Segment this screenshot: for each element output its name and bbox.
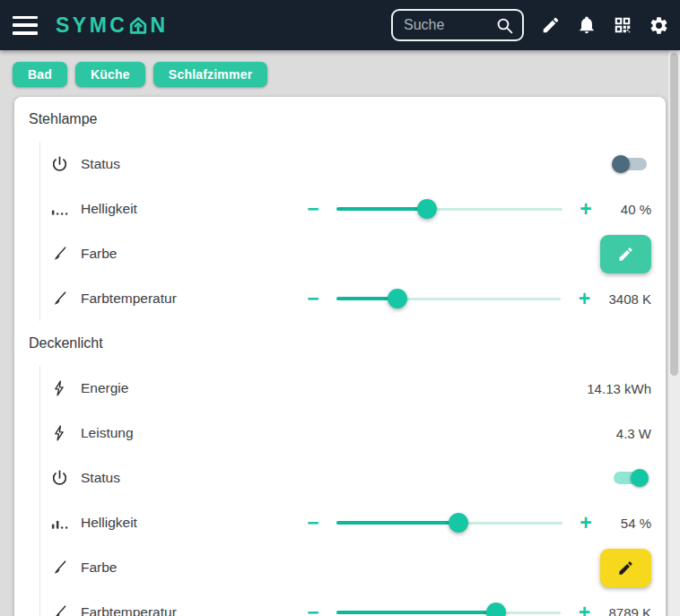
row-farbtemperatur: Farbtemperatur−+3408 K bbox=[40, 276, 651, 321]
row-value: 8789 K bbox=[608, 605, 651, 616]
tab-kueche[interactable]: Küche bbox=[75, 62, 145, 87]
row-controls: −+3408 K bbox=[298, 289, 651, 309]
topbar-actions bbox=[533, 5, 676, 45]
row-label: Leistung bbox=[81, 425, 134, 441]
app-logo: SYMC N bbox=[56, 13, 169, 38]
row-right: 14.13 kWh bbox=[578, 381, 651, 396]
row-value: 40 % bbox=[610, 202, 651, 217]
row-leistung: Leistung4.3 W bbox=[40, 411, 651, 455]
status-toggle[interactable] bbox=[614, 158, 647, 170]
row-label: Farbe bbox=[81, 246, 118, 262]
topbar: SYMC N bbox=[0, 0, 680, 50]
edit-icon[interactable] bbox=[533, 5, 569, 45]
increase-button[interactable]: + bbox=[571, 199, 601, 220]
tab-bad[interactable]: Bad bbox=[13, 62, 67, 87]
slider-thumb[interactable] bbox=[486, 603, 506, 616]
device-card: StehlampeStatusHelligkeit−+40 %FarbeFarb… bbox=[14, 97, 666, 616]
row-right bbox=[600, 235, 651, 273]
slider-thumb[interactable] bbox=[388, 289, 407, 308]
row-value: 14.13 kWh bbox=[587, 381, 651, 396]
row-helligkeit: Helligkeit−+40 % bbox=[40, 187, 651, 231]
row-label: Farbe bbox=[81, 560, 118, 576]
row-label: Status bbox=[81, 470, 120, 486]
color-edit-button[interactable] bbox=[600, 549, 651, 587]
farbtemperatur-slider[interactable] bbox=[336, 612, 561, 614]
brush-icon bbox=[48, 290, 70, 308]
row-farbe: Farbe bbox=[40, 545, 651, 590]
brush-icon bbox=[48, 603, 70, 616]
qr-code-icon[interactable] bbox=[605, 5, 641, 45]
power-icon bbox=[48, 154, 70, 175]
row-controls: −+8789 K bbox=[298, 603, 651, 616]
row-value: 3408 K bbox=[608, 291, 651, 307]
menu-icon[interactable] bbox=[13, 16, 38, 35]
search-box[interactable] bbox=[391, 9, 524, 41]
row-right bbox=[614, 472, 651, 484]
toggle-thumb[interactable] bbox=[631, 469, 649, 487]
status-toggle[interactable] bbox=[614, 472, 647, 484]
logo-text-prefix: SYMC bbox=[56, 13, 127, 38]
row-farbtemperatur: Farbtemperatur−+8789 K bbox=[40, 590, 651, 616]
search-icon[interactable] bbox=[495, 16, 514, 35]
search-input[interactable] bbox=[404, 17, 495, 33]
increase-button[interactable]: + bbox=[569, 289, 599, 309]
settings-icon[interactable] bbox=[641, 5, 676, 45]
row-controls: −+40 % bbox=[298, 199, 651, 220]
row-value: 54 % bbox=[610, 516, 651, 531]
row-status: Status bbox=[40, 455, 651, 500]
decrease-button[interactable]: − bbox=[298, 289, 328, 309]
helligkeit-slider[interactable] bbox=[336, 208, 562, 211]
level-icon bbox=[48, 200, 70, 218]
bolt-icon bbox=[48, 424, 70, 442]
row-label: Farbtemperatur bbox=[81, 291, 177, 307]
decrease-button[interactable]: − bbox=[298, 603, 328, 616]
decrease-button[interactable]: − bbox=[298, 513, 328, 534]
row-right bbox=[600, 549, 651, 587]
section-title: Deckenlicht bbox=[29, 321, 651, 366]
section-title: Stehlampe bbox=[29, 97, 651, 142]
row-right bbox=[614, 158, 651, 170]
power-icon bbox=[48, 468, 70, 489]
scrollbar-thumb[interactable] bbox=[670, 53, 678, 376]
helligkeit-slider[interactable] bbox=[336, 522, 562, 525]
row-farbe: Farbe bbox=[40, 231, 651, 276]
section-group: StatusHelligkeit−+40 %FarbeFarbtemperatu… bbox=[39, 142, 651, 321]
logo-text-suffix: N bbox=[150, 13, 168, 38]
slider-fill bbox=[336, 521, 458, 525]
room-tabs: Bad Küche Schlafzimmer bbox=[0, 50, 680, 96]
row-label: Helligkeit bbox=[81, 515, 137, 531]
bolt-icon bbox=[48, 379, 70, 397]
increase-button[interactable]: + bbox=[571, 513, 601, 534]
increase-button[interactable]: + bbox=[569, 603, 599, 616]
section-group: Energie14.13 kWhLeistung4.3 WStatusHelli… bbox=[39, 366, 651, 616]
color-edit-button[interactable] bbox=[600, 235, 651, 273]
level-icon bbox=[48, 514, 70, 532]
row-label: Farbtemperatur bbox=[81, 604, 177, 616]
slider-thumb[interactable] bbox=[449, 513, 468, 533]
toggle-thumb[interactable] bbox=[612, 155, 630, 173]
slider-thumb[interactable] bbox=[417, 199, 437, 219]
tab-schlafzimmer[interactable]: Schlafzimmer bbox=[153, 62, 267, 87]
page-scrollbar[interactable] bbox=[668, 50, 680, 616]
row-helligkeit: Helligkeit−+54 % bbox=[40, 500, 651, 545]
pencil-icon bbox=[617, 560, 634, 577]
row-label: Helligkeit bbox=[81, 201, 137, 217]
row-controls: −+54 % bbox=[298, 513, 651, 534]
row-energie: Energie14.13 kWh bbox=[40, 366, 651, 411]
brush-icon bbox=[48, 559, 70, 577]
row-right: 4.3 W bbox=[601, 426, 651, 441]
row-label: Status bbox=[81, 156, 120, 172]
slider-fill bbox=[336, 207, 427, 211]
farbtemperatur-slider[interactable] bbox=[336, 298, 561, 300]
slider-fill bbox=[336, 611, 496, 614]
house-icon bbox=[128, 15, 148, 35]
row-label: Energie bbox=[81, 380, 128, 396]
decrease-button[interactable]: − bbox=[298, 199, 328, 220]
pencil-icon bbox=[617, 246, 634, 263]
row-value: 4.3 W bbox=[610, 426, 651, 441]
row-status: Status bbox=[40, 142, 651, 187]
brush-icon bbox=[48, 245, 70, 264]
notifications-icon[interactable] bbox=[569, 5, 605, 45]
